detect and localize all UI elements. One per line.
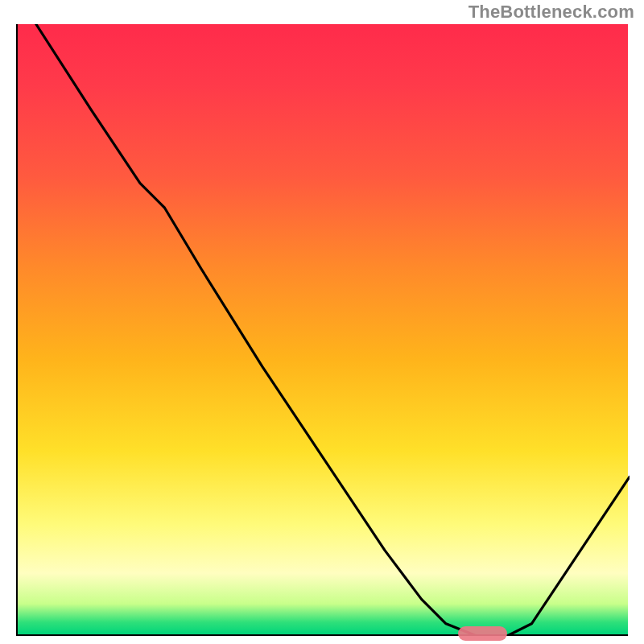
chart-line (18, 24, 630, 636)
attribution-label: TheBottleneck.com (469, 2, 634, 23)
highlight-pill (458, 626, 507, 641)
curve-path (36, 24, 630, 636)
chart-root: TheBottleneck.com (0, 0, 644, 644)
plot-area (16, 24, 628, 636)
